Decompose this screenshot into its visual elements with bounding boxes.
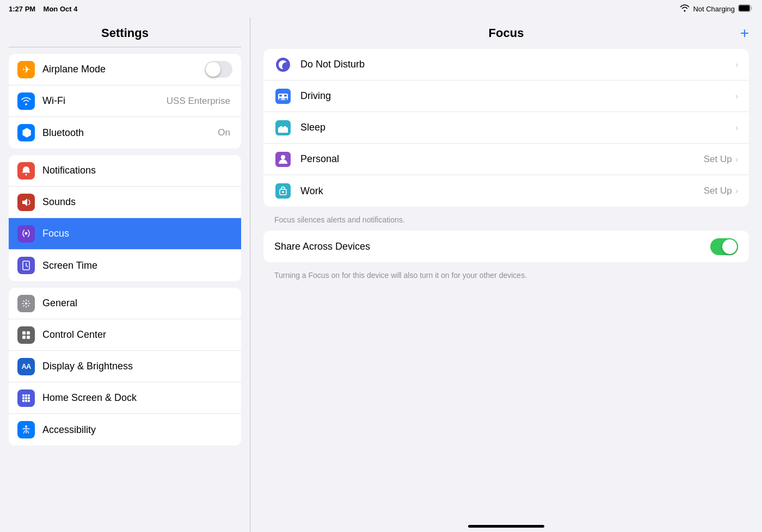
display-group: General Control Center AA bbox=[9, 288, 241, 446]
focus-item-sleep[interactable]: Sleep › bbox=[263, 112, 749, 144]
bluetooth-label: Bluetooth bbox=[42, 127, 218, 139]
focus-header: Focus + bbox=[250, 17, 762, 49]
svg-rect-31 bbox=[278, 132, 288, 133]
svg-point-25 bbox=[285, 98, 287, 100]
share-across-devices-group: Share Across Devices bbox=[263, 231, 749, 262]
sidebar-item-focus[interactable]: Focus bbox=[9, 218, 241, 250]
general-icon bbox=[17, 295, 35, 312]
work-icon bbox=[274, 182, 292, 200]
wifi-label: Wi-Fi bbox=[42, 95, 167, 107]
svg-rect-6 bbox=[27, 331, 30, 335]
control-center-icon bbox=[17, 326, 35, 344]
share-across-devices-label: Share Across Devices bbox=[274, 241, 710, 252]
focus-item-personal[interactable]: Personal Set Up › bbox=[263, 144, 749, 175]
svg-rect-10 bbox=[25, 394, 27, 397]
add-focus-button[interactable]: + bbox=[740, 26, 749, 41]
sidebar-item-notifications[interactable]: Notifications bbox=[9, 155, 241, 187]
screen-time-icon bbox=[17, 257, 35, 274]
svg-rect-1 bbox=[739, 5, 750, 11]
battery-status-text: Not Charging bbox=[693, 5, 735, 13]
svg-rect-30 bbox=[284, 126, 286, 128]
status-bar: 1:27 PM Mon Oct 4 Not Charging bbox=[0, 0, 762, 17]
do-not-disturb-icon bbox=[274, 56, 292, 73]
share-across-devices-description: Turning a Focus on for this device will … bbox=[263, 267, 749, 286]
sidebar-item-sounds[interactable]: Sounds bbox=[9, 187, 241, 218]
focus-item-do-not-disturb[interactable]: Do Not Disturb › bbox=[263, 49, 749, 81]
sidebar-item-accessibility[interactable]: Accessibility bbox=[9, 414, 241, 446]
svg-rect-8 bbox=[27, 336, 30, 339]
home-indicator bbox=[250, 521, 762, 532]
sleep-label: Sleep bbox=[300, 122, 735, 133]
sidebar-item-screen-time[interactable]: Screen Time bbox=[9, 250, 241, 281]
personal-label: Personal bbox=[300, 153, 704, 165]
status-right: Not Charging bbox=[680, 4, 753, 14]
focus-icon bbox=[17, 225, 35, 243]
status-date: Mon Oct 4 bbox=[44, 5, 78, 13]
home-bar bbox=[468, 525, 544, 528]
svg-rect-12 bbox=[22, 397, 24, 399]
driving-chevron: › bbox=[735, 91, 738, 101]
svg-rect-29 bbox=[280, 126, 282, 128]
personal-chevron: › bbox=[735, 154, 738, 164]
work-setup-text: Set Up bbox=[704, 185, 732, 196]
svg-point-4 bbox=[25, 302, 27, 305]
wifi-status-icon bbox=[680, 4, 690, 14]
focus-title: Focus bbox=[489, 26, 524, 40]
share-across-devices-item[interactable]: Share Across Devices bbox=[263, 231, 749, 262]
svg-rect-17 bbox=[28, 400, 30, 402]
home-screen-icon bbox=[17, 389, 35, 407]
sounds-icon bbox=[17, 194, 35, 211]
driving-icon bbox=[274, 88, 292, 105]
right-panel: Focus + Do Not Disturb bbox=[250, 17, 762, 532]
accessibility-icon bbox=[17, 421, 35, 438]
status-time-date: 1:27 PM Mon Oct 4 bbox=[9, 5, 77, 13]
airplane-mode-icon: ✈ bbox=[17, 61, 35, 78]
sounds-label: Sounds bbox=[42, 196, 232, 208]
main-layout: Settings ✈ Airplane Mode Wi-Fi bbox=[0, 17, 762, 532]
wifi-value: USS Enterprise bbox=[167, 96, 230, 107]
home-screen-label: Home Screen & Dock bbox=[42, 392, 232, 404]
airplane-mode-toggle[interactable] bbox=[205, 61, 232, 78]
focus-item-driving[interactable]: Driving › bbox=[263, 81, 749, 112]
status-time: 1:27 PM bbox=[9, 5, 35, 13]
bluetooth-value: On bbox=[218, 127, 230, 138]
svg-rect-13 bbox=[25, 397, 27, 399]
sidebar-item-general[interactable]: General bbox=[9, 288, 241, 319]
sidebar-item-home-screen[interactable]: Home Screen & Dock bbox=[9, 382, 241, 414]
sidebar-divider bbox=[9, 47, 241, 47]
sidebar-item-display-brightness[interactable]: AA Display & Brightness bbox=[9, 351, 241, 382]
svg-rect-23 bbox=[284, 95, 287, 97]
sidebar: Settings ✈ Airplane Mode Wi-Fi bbox=[0, 17, 250, 532]
driving-label: Driving bbox=[300, 90, 735, 102]
notifications-icon bbox=[17, 162, 35, 180]
display-brightness-icon: AA bbox=[17, 358, 35, 375]
accessibility-label: Accessibility bbox=[42, 424, 232, 436]
share-across-devices-toggle[interactable] bbox=[710, 238, 738, 255]
svg-rect-22 bbox=[279, 95, 282, 97]
svg-point-18 bbox=[25, 425, 27, 428]
focus-description: Focus silences alerts and notifications. bbox=[263, 211, 749, 231]
bluetooth-icon: ⬢ bbox=[17, 124, 35, 141]
svg-rect-16 bbox=[25, 400, 27, 402]
svg-point-2 bbox=[26, 174, 27, 175]
sleep-icon bbox=[274, 119, 292, 137]
work-chevron: › bbox=[735, 186, 738, 196]
sidebar-item-airplane-mode[interactable]: ✈ Airplane Mode bbox=[9, 54, 241, 85]
wifi-icon bbox=[17, 92, 35, 110]
personal-icon bbox=[274, 151, 292, 168]
airplane-mode-label: Airplane Mode bbox=[42, 64, 205, 75]
sleep-chevron: › bbox=[735, 123, 738, 133]
sidebar-item-wifi[interactable]: Wi-Fi USS Enterprise bbox=[9, 85, 241, 117]
svg-point-33 bbox=[281, 155, 285, 159]
general-label: General bbox=[42, 298, 232, 309]
personal-setup-text: Set Up bbox=[704, 154, 732, 165]
focus-content: Do Not Disturb › bbox=[250, 49, 762, 521]
sidebar-item-control-center[interactable]: Control Center bbox=[9, 319, 241, 351]
focus-item-work[interactable]: Work Set Up › bbox=[263, 175, 749, 207]
svg-rect-9 bbox=[22, 394, 24, 397]
notifications-label: Notifications bbox=[42, 165, 232, 176]
svg-point-24 bbox=[279, 98, 281, 100]
sidebar-item-bluetooth[interactable]: ⬢ Bluetooth On bbox=[9, 117, 241, 149]
do-not-disturb-chevron: › bbox=[735, 60, 738, 70]
sidebar-title: Settings bbox=[0, 17, 250, 47]
